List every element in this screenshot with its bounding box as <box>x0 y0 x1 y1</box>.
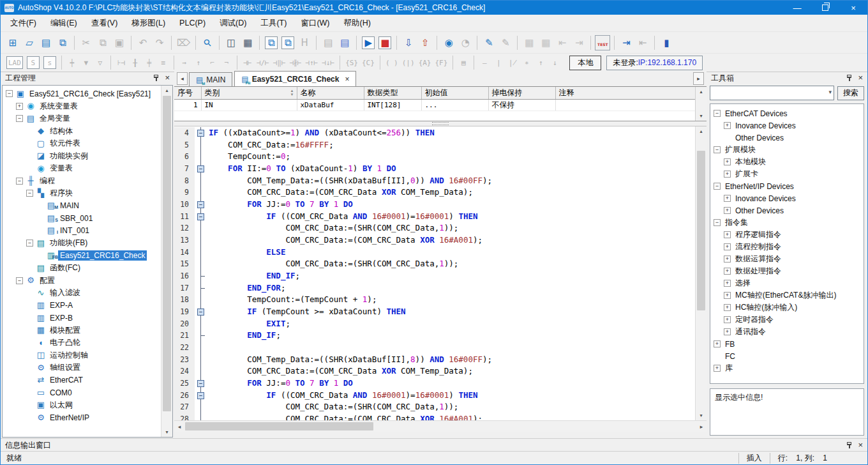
column-header[interactable]: 序号 <box>174 87 201 100</box>
project-tree-item[interactable]: −╫编程 <box>3 175 172 188</box>
app-inst-a-button[interactable]: {A} <box>417 56 433 69</box>
expand-icon[interactable]: + <box>16 103 23 110</box>
contact-n-button[interactable]: ⊣∦⊢ <box>288 56 303 69</box>
usb-test-button[interactable]: TEST <box>595 35 610 50</box>
coil-out-button[interactable]: ( ) <box>384 56 400 69</box>
menu-item[interactable]: 调试(D) <box>213 15 253 31</box>
project-tree-item[interactable]: ◫运动控制轴 <box>3 349 172 362</box>
column-header[interactable]: 名称 <box>297 87 364 100</box>
collapse-icon[interactable]: − <box>26 190 33 197</box>
coil-set-button[interactable]: {S} <box>344 56 359 69</box>
project-tree-item[interactable]: ▢软元件表 <box>3 137 172 150</box>
code-line[interactable]: 19− IF (TempCount >= xDataCount) THEN <box>174 306 696 318</box>
toolbox-tree-item[interactable]: +本地模块 <box>710 156 864 168</box>
collapse-icon[interactable]: − <box>197 201 204 208</box>
window-export-button[interactable]: ⧉ <box>281 36 294 49</box>
toolbox-tree-item[interactable]: −扩展模块 <box>710 144 864 156</box>
variable-table-scrollbar[interactable]: ▴ ▾ <box>695 87 707 121</box>
find-button[interactable]: ⚲ <box>197 32 218 54</box>
code-line[interactable]: 27 COM_CRC_Data:=(SHR(COM_CRC_Data,1)); <box>174 401 696 413</box>
upload-button[interactable]: ⇧ <box>417 35 433 50</box>
code-line[interactable]: 23 COM_Temp_Data:=((SHR(xDataBuf[II],8))… <box>174 354 696 366</box>
expand-icon[interactable]: + <box>724 207 731 214</box>
project-tree-item[interactable]: −▤全局变量 <box>3 112 172 125</box>
project-tree-item[interactable]: −⚙配置 <box>3 275 172 287</box>
menu-item[interactable]: PLC(P) <box>172 16 213 30</box>
expand-icon[interactable]: + <box>724 268 731 275</box>
save-all-button[interactable]: ⧉ <box>55 35 70 50</box>
project-tree-item[interactable]: ▥EXP-A <box>3 300 172 312</box>
expand-icon[interactable]: + <box>724 280 731 287</box>
close-panel-icon[interactable]: × <box>165 75 170 81</box>
collapse-icon[interactable]: − <box>714 183 721 190</box>
code-line[interactable]: 25− FOR JJ:=0 TO 7 BY 1 DO <box>174 377 696 390</box>
toolbox-tree-item[interactable]: +Inovance Devices <box>710 192 864 204</box>
contact-fall-button[interactable]: ⊣↓⊢ <box>320 56 336 69</box>
editor-hscrollbar[interactable]: ◂ ▸ <box>174 420 707 432</box>
expand-icon[interactable]: + <box>724 292 731 299</box>
code-line[interactable]: 15 COM_CRC_Data:=(SHR(COM_CRC_Data,1)); <box>174 258 696 270</box>
monitor-button[interactable]: ◉ <box>441 35 456 50</box>
code-line[interactable]: 10− FOR JJ:=0 TO 7 BY 1 DO <box>174 199 696 211</box>
code-line[interactable]: 9 COM_CRC_Data:=(COM_CRC_Data XOR COM_Te… <box>174 187 696 199</box>
sync-from-plc-button[interactable]: ▦ <box>538 35 553 50</box>
rung-append-button[interactable]: ╂ <box>129 56 142 69</box>
expand-icon[interactable]: + <box>724 171 731 178</box>
toolbox-search-button[interactable]: 搜索 <box>837 86 864 100</box>
pin-icon[interactable] <box>153 75 159 81</box>
collapse-icon[interactable]: − <box>6 90 13 97</box>
toolbox-tree-item[interactable]: +Other Devices <box>710 204 864 217</box>
project-tree-item-selected[interactable]: ▥FBEasy521_CRC16_Check <box>3 250 172 263</box>
project-tree-item[interactable]: −▣Easy521_CRC16_Check [Easy521] <box>3 88 172 100</box>
collapse-icon[interactable]: − <box>714 146 721 153</box>
table-row[interactable]: 1INxDataBufINT[128]...不保持 <box>174 100 696 111</box>
code-line[interactable]: 28 COM_CRC_Data:=(COM_CRC_Data XOR 16#A0… <box>174 413 696 420</box>
minimize-button[interactable]: — <box>783 1 811 15</box>
project-tree-item[interactable]: −▚程序块 <box>3 187 172 200</box>
copy-button[interactable]: ⧉ <box>95 35 110 50</box>
code-line[interactable]: 4−IF ((xDataCount>=1) AND (xDataCount<=2… <box>174 127 696 139</box>
stop-button[interactable]: ■ <box>378 36 391 49</box>
code-line[interactable]: 7− FOR II:=0 TO (xDataCount-1) BY 1 DO <box>174 163 696 175</box>
collapse-icon[interactable]: − <box>26 240 33 247</box>
scroll-left-icon[interactable]: ◂ <box>174 421 184 432</box>
code-line[interactable]: 20 EXIT; <box>174 318 696 330</box>
code-line[interactable]: 5 COM_CRC_Data:=16#FFFF; <box>174 139 696 151</box>
project-tree-item[interactable]: ◖电子凸轮 <box>3 337 172 349</box>
print-button[interactable]: ▦ <box>240 35 255 50</box>
download-button[interactable]: ⇩ <box>401 35 416 50</box>
project-tree-item[interactable]: ⚙EtherNet/IP <box>3 411 172 424</box>
cut-button[interactable]: ✂ <box>79 35 94 50</box>
net-down-button[interactable]: ▼ <box>80 56 93 69</box>
run-button[interactable]: ▶ <box>362 36 375 49</box>
scrollbar-thumb[interactable] <box>185 422 373 431</box>
expand-icon[interactable]: + <box>724 328 731 335</box>
func-block-button[interactable]: ▤ <box>457 56 470 69</box>
expand-icon[interactable]: + <box>724 243 731 250</box>
collapse-icon[interactable]: − <box>714 219 721 226</box>
collapse-icon[interactable]: − <box>197 213 204 220</box>
online-edit-button[interactable]: ✎ <box>481 35 497 50</box>
toolbox-tree-item[interactable]: +MC轴控(EtherCAT&脉冲输出) <box>710 289 864 301</box>
tab-close-icon[interactable]: × <box>345 75 349 84</box>
collapse-icon[interactable]: − <box>16 178 23 185</box>
hv-node-button[interactable]: H <box>297 35 312 50</box>
net-pole-button[interactable]: ┿ <box>66 56 79 69</box>
sync-to-plc-button[interactable]: ▦ <box>521 35 537 50</box>
new-file-button[interactable]: ⊞ <box>5 35 20 50</box>
save-button[interactable]: ▤ <box>38 35 54 50</box>
row-insert-button[interactable]: ⇤ <box>555 35 570 50</box>
logout-button[interactable]: ⇤ <box>635 35 650 50</box>
project-tree-item[interactable]: ▥EXP-B <box>3 312 172 324</box>
expand-icon[interactable]: + <box>724 122 731 129</box>
expand-icon[interactable]: + <box>724 195 731 202</box>
toolbox-tree-item[interactable]: FC <box>710 350 864 362</box>
arrow-right-button[interactable]: → <box>178 56 191 69</box>
project-tree-item[interactable]: −▤功能块(FB) <box>3 237 172 250</box>
branch-return-button[interactable]: ¬ <box>220 56 233 69</box>
expand-icon[interactable]: + <box>724 255 731 263</box>
scroll-up-icon[interactable]: ▴ <box>696 126 707 136</box>
row-delete-button[interactable]: ⇥ <box>571 35 587 50</box>
sort-icon[interactable]: ▲▼ <box>290 89 294 96</box>
rung-merge-button[interactable]: ≡ <box>157 56 170 69</box>
